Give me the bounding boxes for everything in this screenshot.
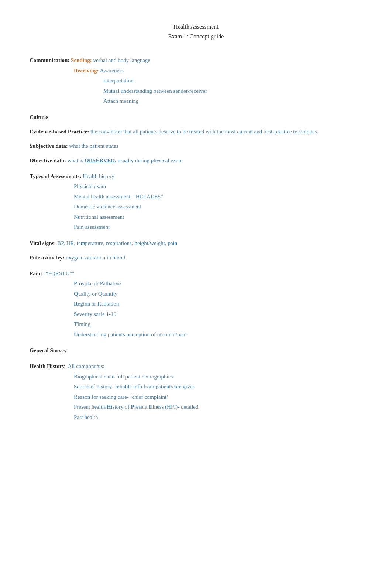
interpretation: Interpretation xyxy=(103,78,134,84)
observed-bold: OBSERVED, xyxy=(85,157,116,163)
title-line2: Exam 1: Concept guide xyxy=(30,32,362,41)
communication-section: Communication: Sending: verbal and body … xyxy=(30,56,362,106)
general-survey-label: General Survey xyxy=(30,347,66,353)
vitalsigns-label: Vital signs: xyxy=(30,240,56,246)
vitalsigns-section: Vital signs: BP, HR, temperature, respir… xyxy=(30,240,362,246)
hh-item-2: Reason for seeking care- ‘chief complain… xyxy=(74,394,168,400)
hh-item-1: Source of history- reliable info from pa… xyxy=(74,384,194,389)
assessment-item-5: Pain assessment xyxy=(74,224,110,230)
assessment-item-1: Physical exam xyxy=(74,183,106,189)
receiving-value: Awareness xyxy=(100,68,123,74)
pain-item-p: Provoke or Palliative xyxy=(74,280,121,286)
pulse-text: oxygen saturation in blood xyxy=(66,255,125,261)
hh-item-3: Present health/History of Present Illnes… xyxy=(74,404,198,410)
receiving-label: Receiving: xyxy=(74,68,99,74)
mutual-understanding: Mutual understanding between sender/rece… xyxy=(103,88,207,94)
sending-label: Sending: xyxy=(71,57,92,63)
assessments-label: Types of Assessments: xyxy=(30,173,82,179)
assessment-item-4: Nutritional assessment xyxy=(74,214,124,220)
title-line1: Health Assessment xyxy=(30,22,362,32)
pain-item-u: Understanding patients perception of pro… xyxy=(74,331,187,337)
communication-label: Communication: xyxy=(30,57,69,63)
attach-meaning: Attach meaning xyxy=(103,98,138,104)
pain-item-r: Region or Radiation xyxy=(74,301,119,307)
evidence-text: the conviction that all patients deserve… xyxy=(90,129,318,135)
pulse-section: Pule oximetry: oxygen saturation in bloo… xyxy=(30,255,362,261)
vitalsigns-text: BP, HR, temperature, respirations, heigh… xyxy=(57,240,177,246)
evidence-label: Evidence-based Practice: xyxy=(30,129,89,135)
pain-item-q: Quality or Quantity xyxy=(74,291,117,297)
subjective-text: what the patient states xyxy=(69,143,118,149)
hh-item-4: Past health xyxy=(74,414,98,420)
objective-suffix: usually during physical exam xyxy=(116,157,183,163)
assessments-section: Types of Assessments: Health history Phy… xyxy=(30,172,362,232)
objective-section: Objective data: what is OBSERVED, usuall… xyxy=(30,157,362,164)
culture-label: Culture xyxy=(30,114,48,120)
subjective-label: Subjective data: xyxy=(30,143,68,149)
assessment-item-0: Health history xyxy=(83,173,114,179)
pain-section: Pain: "“PQRSTU”" Provoke or Palliative Q… xyxy=(30,269,362,340)
subjective-section: Subjective data: what the patient states xyxy=(30,143,362,149)
pain-acronym: "“PQRSTU”" xyxy=(44,271,74,276)
pain-label: Pain: xyxy=(30,271,42,276)
health-history-label: Health History- xyxy=(30,363,66,369)
page-title: Health Assessment Exam 1: Concept guide xyxy=(30,22,362,41)
pulse-label: Pule oximetry: xyxy=(30,255,65,261)
pain-item-t: Timing xyxy=(74,321,90,327)
assessment-item-3: Domestic violence assessment xyxy=(74,204,141,210)
sending-value: verbal and body language xyxy=(93,57,151,63)
health-history-section: Health History- All components: Biograph… xyxy=(30,362,362,422)
culture-section: Culture xyxy=(30,114,362,120)
pain-item-s: Severity scale 1-10 xyxy=(74,311,116,317)
general-survey-section: General Survey xyxy=(30,347,362,354)
all-components: All components: xyxy=(68,363,104,369)
objective-label: Objective data: xyxy=(30,157,66,163)
hh-item-0: Biographical data- full patient demograp… xyxy=(74,374,173,380)
assessment-item-2: Mental health assessment: “HEEADSS” xyxy=(74,194,163,200)
objective-prefix: what is xyxy=(67,157,85,163)
evidence-section: Evidence-based Practice: the conviction … xyxy=(30,129,362,135)
